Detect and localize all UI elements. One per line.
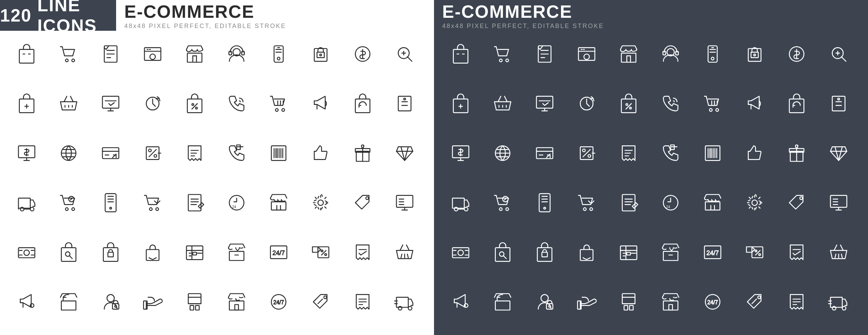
icon-dark-basket xyxy=(483,84,522,123)
icon-dark-shopping-bag xyxy=(441,34,480,73)
svg-line-222 xyxy=(626,104,631,109)
svg-rect-347 xyxy=(830,297,842,307)
icon-receipt-list xyxy=(343,282,382,321)
icon-wifi-globe xyxy=(49,133,88,173)
svg-line-305 xyxy=(503,256,506,258)
svg-point-91 xyxy=(30,207,34,211)
svg-rect-308 xyxy=(580,250,593,260)
icon-mobile-shop xyxy=(91,183,130,222)
icon-dark-bag-plus xyxy=(441,84,480,123)
svg-point-180 xyxy=(506,59,508,62)
svg-rect-202 xyxy=(748,49,761,61)
svg-point-278 xyxy=(583,207,586,210)
svg-rect-297 xyxy=(452,247,469,257)
icon-dark-payment-counter xyxy=(609,232,648,272)
svg-text:24/7: 24/7 xyxy=(708,299,718,305)
icon-coupon-percent xyxy=(301,232,340,272)
svg-point-114 xyxy=(366,197,369,199)
icon-receipt-check xyxy=(343,232,382,272)
icon-tag-percent xyxy=(301,282,340,321)
icon-dark-coupon-percent xyxy=(735,232,774,272)
svg-rect-26 xyxy=(314,49,327,61)
svg-point-290 xyxy=(800,197,803,199)
svg-rect-190 xyxy=(621,53,636,62)
icon-price-label xyxy=(343,183,382,222)
icon-dark-gift-box xyxy=(777,133,816,173)
icon-lock-bag xyxy=(91,232,130,272)
icon-dark-receipt-list xyxy=(777,282,816,321)
svg-line-129 xyxy=(69,256,72,258)
header-title-area: E-COMMERCE 48x48 PIXEL PERFECT, EDITABLE… xyxy=(116,0,434,31)
right-subtitle: 48x48 PIXEL PERFECT, EDITABLE STROKE xyxy=(442,23,868,30)
svg-line-321 xyxy=(756,250,760,255)
svg-text:24/7: 24/7 xyxy=(272,249,285,256)
icon-cart-checkout xyxy=(133,183,172,222)
svg-rect-40 xyxy=(102,96,119,108)
icon-dark-delivery-fast xyxy=(819,282,858,321)
svg-line-343 xyxy=(752,299,756,304)
subtitle-left: 48x48 PIXEL PERFECT, EDITABLE STROKE xyxy=(124,23,434,30)
svg-rect-160 xyxy=(190,305,194,310)
svg-point-225 xyxy=(710,108,712,111)
icon-dark-bag-search xyxy=(483,232,522,272)
icon-24-7-2: 24/7 xyxy=(259,282,298,321)
icon-search-zoom xyxy=(385,34,424,73)
icon-shopping-bag xyxy=(7,34,46,73)
icon-pos-terminal xyxy=(175,282,214,321)
svg-point-224 xyxy=(630,107,631,109)
svg-point-4 xyxy=(72,59,74,62)
svg-point-187 xyxy=(584,54,589,59)
svg-line-31 xyxy=(407,57,412,61)
icon-market-stall xyxy=(259,183,298,222)
icon-phone-chat xyxy=(217,133,256,173)
icon-dark-price-tag-mobile xyxy=(693,34,732,73)
svg-point-298 xyxy=(458,250,463,255)
svg-rect-265 xyxy=(452,198,464,208)
svg-rect-312 xyxy=(627,252,631,255)
svg-point-48 xyxy=(196,107,197,109)
icon-count: 120 xyxy=(0,5,32,26)
right-ecommerce-title: E-COMMERCE xyxy=(442,1,868,22)
svg-point-322 xyxy=(755,250,757,252)
svg-point-284 xyxy=(663,195,678,210)
icon-dark-dollar-hand xyxy=(567,282,606,321)
icon-dark-lock-bag xyxy=(525,232,564,272)
icon-dark-customer-support xyxy=(651,34,690,73)
icon-shopping-cart-items xyxy=(259,84,298,123)
icon-dark-bag-return xyxy=(777,84,816,123)
svg-rect-115 xyxy=(396,195,413,207)
svg-rect-336 xyxy=(624,305,628,310)
icon-clock-refresh xyxy=(133,84,172,123)
icon-dark-tag-percent xyxy=(735,282,774,321)
svg-point-246 xyxy=(588,155,591,157)
svg-rect-230 xyxy=(789,99,804,112)
svg-point-58 xyxy=(404,98,406,100)
svg-rect-121 xyxy=(18,247,35,257)
svg-rect-89 xyxy=(18,198,30,208)
icon-dark-monitor-checkout xyxy=(525,84,564,123)
icon-dark-search-zoom xyxy=(819,34,858,73)
svg-text:24: 24 xyxy=(232,205,236,209)
svg-point-24 xyxy=(277,57,280,60)
icon-diamond xyxy=(385,133,424,173)
icon-shopping-cart xyxy=(49,34,88,73)
svg-point-245 xyxy=(583,149,585,152)
icon-dark-clock-refresh xyxy=(567,84,606,123)
icon-dark-bag-percent xyxy=(609,84,648,123)
svg-point-330 xyxy=(541,294,548,302)
icon-grid-dark: 24 24/7 xyxy=(434,31,868,335)
icon-dark-store-open xyxy=(651,282,690,321)
svg-text:24: 24 xyxy=(666,205,670,209)
svg-rect-127 xyxy=(61,247,76,261)
icon-user-lock xyxy=(91,282,130,321)
svg-point-156 xyxy=(115,305,116,307)
icon-bag-search xyxy=(49,232,88,272)
svg-rect-286 xyxy=(705,202,720,210)
svg-line-207 xyxy=(841,57,846,61)
svg-point-108 xyxy=(229,195,244,210)
icon-cash-payment xyxy=(7,232,46,272)
icon-dark-24-7-2: 24/7 xyxy=(693,282,732,321)
icon-gear-settings xyxy=(301,183,340,222)
left-panel: 120 LINE ICONS E-COMMERCE 48x48 PIXEL PE… xyxy=(0,0,434,335)
icon-dark-shopping-cart xyxy=(483,34,522,73)
